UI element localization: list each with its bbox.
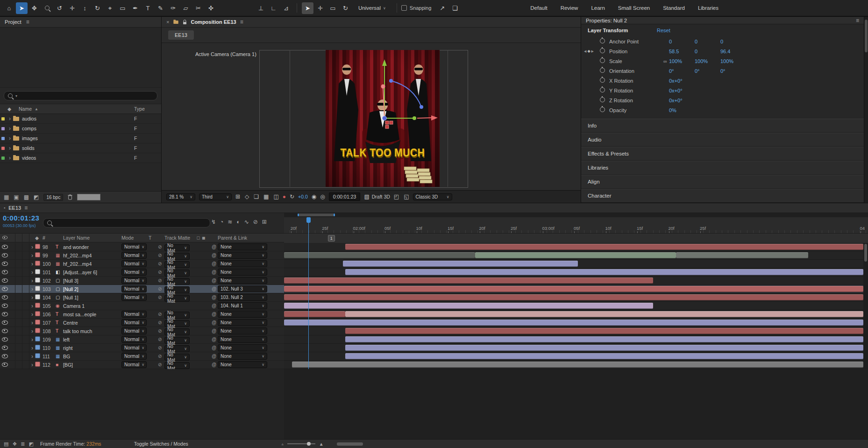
project-row[interactable]: › comps F (0, 124, 161, 134)
property-value[interactable]: 0 (720, 39, 746, 44)
expand-arrow-icon[interactable]: › (29, 362, 35, 368)
type-column-header[interactable]: Type (134, 106, 161, 112)
label-column-icon[interactable]: ◆ (0, 106, 19, 112)
audio-cell[interactable] (8, 319, 15, 327)
property-label[interactable]: Orientation (609, 68, 662, 74)
audio-cell[interactable] (8, 243, 15, 251)
clone-stamp-tool[interactable]: ✑ (167, 2, 179, 14)
layer-row[interactable]: › 108 T talk too much Normal∨ ⊘ No Mat∨ … (0, 327, 284, 335)
folder-name[interactable]: images (22, 135, 134, 141)
gizmo-space-dropdown[interactable]: Universal ∨ (352, 5, 392, 11)
expand-arrow-icon[interactable]: › (29, 303, 35, 309)
expand-arrow-icon[interactable]: › (7, 125, 13, 132)
layer-track-lane[interactable] (284, 302, 863, 310)
graph-editor-icon[interactable]: ∿ (244, 219, 249, 225)
track-matte-column-header[interactable]: Track Matte (164, 235, 192, 241)
gizmo-rotate-mode[interactable]: ↻ (340, 2, 351, 14)
timeline-tab-title[interactable]: EE13 (8, 205, 21, 211)
expand-arrow-icon[interactable]: › (7, 145, 13, 151)
property-value[interactable]: 0° (669, 68, 695, 74)
audio-cell[interactable] (8, 260, 15, 268)
property-value[interactable]: 96.4 (720, 49, 746, 54)
label-column-header[interactable]: ◆ (35, 235, 43, 241)
preview-timecode[interactable]: 0:00:01:23 (329, 192, 361, 201)
pick-whip-icon[interactable]: @ (210, 270, 218, 275)
stopwatch-icon[interactable] (600, 107, 605, 112)
label-color-swatch[interactable] (35, 362, 40, 367)
panel-header-effects-presets[interactable]: Effects & Presets (581, 147, 864, 161)
lock-cell[interactable] (22, 319, 29, 327)
layer-name[interactable]: [BG] (63, 362, 121, 368)
mode-dropdown[interactable]: Normal∨ (121, 269, 147, 276)
expand-arrow-icon[interactable]: › (29, 320, 35, 326)
property-value[interactable]: 0° (695, 68, 720, 74)
rectangle-tool[interactable]: ▭ (117, 2, 128, 14)
gizmo-move-mode[interactable]: ✛ (314, 2, 326, 14)
layer-row[interactable]: › 99 ▦ hf_202...mp4 Normal∨ ⊘ No Mat∨ @ … (0, 251, 284, 260)
expand-arrow-icon[interactable]: › (29, 252, 35, 259)
layer-name[interactable]: [Adjust...ayer 6] (63, 270, 121, 275)
workspace-small-screen[interactable]: Small Screen (612, 5, 656, 11)
orbit-cursor-tool[interactable]: ↺ (54, 2, 65, 14)
layer-track-lane[interactable] (284, 293, 863, 302)
layer-row[interactable]: › 104 ▢ [Null 1] Normal∨ ⊘ No Mat∨ @ 103… (0, 293, 284, 302)
panel-menu-icon[interactable]: ≡ (856, 17, 859, 24)
panel-menu-icon[interactable]: ≡ (26, 19, 29, 25)
zoom-slider[interactable] (287, 443, 315, 444)
pick-whip-icon[interactable]: @ (210, 345, 218, 350)
project-row[interactable]: › images F (0, 134, 161, 143)
layer-name[interactable]: [Null 1] (63, 295, 121, 300)
gizmo-scale-mode[interactable]: ▭ (327, 2, 339, 14)
property-value[interactable]: 0 (695, 39, 720, 44)
layer-name[interactable]: hf_202...mp4 (63, 253, 121, 258)
mode-dropdown[interactable]: Normal∨ (121, 327, 147, 334)
parent-dropdown[interactable]: 102. Null 3∨ (218, 285, 267, 292)
solo-cell[interactable] (15, 277, 22, 284)
world-axis-mode-icon[interactable]: ∟ (268, 2, 279, 14)
audio-cell[interactable] (8, 302, 15, 310)
switches-pane-icon[interactable]: ▤ (4, 441, 8, 447)
property-value[interactable]: 0° (720, 68, 746, 74)
parent-dropdown[interactable]: None∨ (218, 336, 267, 343)
expand-arrow-icon[interactable]: › (29, 353, 35, 360)
property-value[interactable]: 0x+0° (669, 78, 695, 84)
stopwatch-icon[interactable] (600, 58, 605, 63)
toggle-switches-button[interactable]: Toggle Switches / Modes (134, 441, 188, 447)
layer-track-lane[interactable] (284, 285, 863, 293)
expand-arrow-icon[interactable]: › (29, 277, 35, 284)
property-label[interactable]: X Rotation (609, 78, 662, 84)
color-depth-icon[interactable]: ◩ (34, 194, 39, 200)
pan-behind-tool[interactable]: ⌖ (104, 2, 116, 14)
zoom-out-mountain-icon[interactable]: ▵ (282, 442, 284, 446)
mode-dropdown[interactable]: Normal∨ (121, 319, 147, 326)
mode-dropdown[interactable]: Normal∨ (121, 252, 147, 259)
audio-cell[interactable] (8, 251, 15, 259)
view-layout-icon[interactable]: ◫ (273, 193, 278, 200)
eye-icon[interactable] (2, 287, 8, 291)
expand-arrow-icon[interactable]: › (29, 261, 35, 267)
label-color-chip[interactable] (1, 156, 5, 160)
composition-breadcrumb[interactable]: EE13 (168, 30, 194, 40)
draft-3d-toggle[interactable]: ▧ Draft 3D (364, 193, 390, 200)
marker-strip[interactable]: 1 (284, 233, 868, 243)
workspace-learn[interactable]: Learn (584, 5, 611, 11)
composition-viewer[interactable]: Active Camera (Camera 1) (162, 43, 581, 190)
add-keyframe-icon[interactable]: ◆ (587, 49, 590, 53)
rotation-tool[interactable]: ↻ (92, 2, 103, 14)
solo-cell[interactable] (15, 268, 22, 276)
bit-depth-button[interactable]: 16 bpc (43, 194, 63, 201)
project-row[interactable]: › videos F (0, 153, 161, 163)
layer-duration-bar[interactable] (345, 328, 863, 334)
live-update-icon[interactable]: ↯ (211, 219, 216, 225)
workspace-standard[interactable]: Standard (656, 5, 691, 11)
parent-link-column-header[interactable]: Parent & Link (218, 235, 270, 241)
pick-whip-icon[interactable]: @ (210, 362, 218, 367)
parent-dropdown[interactable]: None∨ (218, 269, 267, 276)
pick-whip-icon[interactable]: @ (210, 328, 218, 334)
mode-dropdown[interactable]: Normal∨ (121, 285, 147, 292)
lock-cell[interactable] (22, 327, 29, 335)
pick-whip-icon[interactable]: @ (210, 253, 218, 258)
solo-cell[interactable] (15, 361, 22, 369)
resolution-dropdown[interactable]: Third∨ (199, 193, 232, 200)
timeline-zoom-control[interactable]: ▵ ▲ (282, 441, 324, 447)
